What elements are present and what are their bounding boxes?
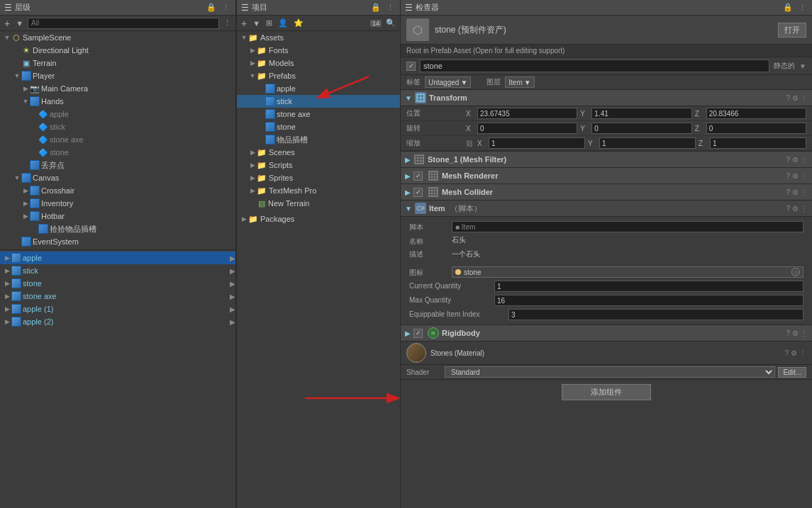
tree-item-main-camera[interactable]: ▶ 📷 Main Camera xyxy=(0,82,235,95)
rigidbody-header[interactable]: ▶ R Rigidbody ? ⚙ ⋮ xyxy=(401,325,812,342)
tree-item-directional-light[interactable]: ☀ Directional Light xyxy=(0,44,235,57)
dots-icon[interactable]: ⋮ xyxy=(797,2,808,13)
dots-icon[interactable]: ⋮ xyxy=(385,2,396,13)
folder-packages[interactable]: ▶ 📁 Packages xyxy=(237,213,400,225)
open-prefab-button[interactable]: 打开 xyxy=(778,23,806,38)
item-component-header[interactable]: ▼ C# Item （脚本） ? ⚙ ⋮ xyxy=(401,201,812,217)
tree-item-hotbar[interactable]: ▶ Hotbar xyxy=(0,210,235,222)
settings-icon[interactable]: ⚙ xyxy=(792,205,799,213)
help-icon[interactable]: ? xyxy=(786,172,790,180)
file-new-terrain[interactable]: ▤ New Terrain xyxy=(237,197,400,210)
tree-item-stone-axe-child[interactable]: 🔷 stone axe xyxy=(0,133,235,146)
dots-icon[interactable]: ⋮ xyxy=(801,329,808,337)
settings-icon[interactable]: ⚙ xyxy=(791,349,797,357)
tree-item-hands[interactable]: ▼ Hands xyxy=(0,95,235,108)
pos-z-input[interactable] xyxy=(706,108,806,119)
tree-item-terrain[interactable]: ▣ Terrain xyxy=(0,57,235,69)
help-icon[interactable]: ? xyxy=(786,188,790,196)
dropdown-arrow[interactable]: ▼ xyxy=(14,18,25,28)
dots-icon[interactable]: ⋮ xyxy=(801,156,808,164)
dots-icon[interactable]: ⋮ xyxy=(801,205,808,213)
hierarchy-search[interactable] xyxy=(28,18,219,29)
tree-item-item-plugin[interactable]: 拾拾物品插槽 xyxy=(0,222,235,235)
lock-icon[interactable]: 🔒 xyxy=(782,2,794,13)
rigidbody-checkbox[interactable] xyxy=(413,329,423,338)
dots-icon[interactable]: ⋮ xyxy=(801,172,808,180)
static-dropdown-arrow[interactable]: ▼ xyxy=(799,62,806,70)
mesh-renderer-header[interactable]: ▶ Mesh Renderer ? ⚙ ⋮ xyxy=(401,168,812,184)
dots-icon[interactable]: ⋮ xyxy=(221,2,231,13)
folder-scripts[interactable]: ▶ 📁 Scripts xyxy=(237,159,400,171)
prefab-item-stone[interactable]: stone xyxy=(237,120,400,133)
shader-dropdown[interactable]: Standard xyxy=(445,366,775,378)
tree-item-samplescene[interactable]: ▼ ⬡ SampleScene xyxy=(0,31,235,44)
tag-dropdown[interactable]: Untagged ▼ xyxy=(425,77,471,88)
tree-item-stick-root[interactable]: ▶ stick ▶ xyxy=(0,264,235,277)
item-icon-ref[interactable]: stone ⊙ xyxy=(452,266,803,278)
mesh-collider-header[interactable]: ▶ Mesh Collider ? ⚙ ⋮ xyxy=(401,184,812,201)
folder-sprites[interactable]: ▶ 📁 Sprites xyxy=(237,171,400,184)
folder-scenes[interactable]: ▶ 📁 Scenes xyxy=(237,146,400,159)
tree-item-apple2[interactable]: ▶ apple (2) ▶ xyxy=(0,315,235,328)
tree-item-stone-root[interactable]: ▶ stone ▶ xyxy=(0,277,235,290)
prefab-item-plugin[interactable]: 物品插槽 xyxy=(237,133,400,146)
tree-item-stone-axe-root[interactable]: ▶ stone axe ▶ xyxy=(0,290,235,303)
mesh-filter-header[interactable]: ▶ Stone_1 (Mesh Filter) ? ⚙ ⋮ xyxy=(401,152,812,168)
tree-item-crosshair[interactable]: ▶ Crosshair xyxy=(0,184,235,197)
project-dropdown[interactable]: ▼ xyxy=(251,18,262,28)
project-icon2[interactable]: 👤 xyxy=(277,18,289,28)
scale-y-input[interactable] xyxy=(599,137,696,149)
tree-item-inventory[interactable]: ▶ Inventory xyxy=(0,197,235,210)
project-search[interactable]: 🔍 xyxy=(384,18,397,28)
scale-z-input[interactable] xyxy=(710,137,806,149)
dots-icon[interactable]: ⋮ xyxy=(801,188,808,196)
help-icon[interactable]: ? xyxy=(786,156,790,164)
project-icon1[interactable]: ⊞ xyxy=(265,18,274,28)
settings-icon[interactable]: ⚙ xyxy=(792,172,799,180)
help-icon[interactable]: ? xyxy=(786,205,790,213)
settings-icon[interactable]: ⚙ xyxy=(792,156,799,164)
dots-icon[interactable]: ⋮ xyxy=(799,349,806,357)
lock-icon[interactable]: 🔒 xyxy=(205,2,218,13)
rot-z-input[interactable] xyxy=(706,123,806,134)
object-name-input[interactable] xyxy=(420,60,769,72)
equip-input[interactable] xyxy=(508,309,803,320)
rot-x-input[interactable] xyxy=(477,123,577,134)
add-project-btn[interactable]: + xyxy=(240,17,248,30)
lock-icon[interactable]: 🔒 xyxy=(369,2,382,13)
folder-assets[interactable]: ▼ 📁 Assets xyxy=(237,31,400,44)
add-hierarchy-btn[interactable]: + xyxy=(3,17,11,30)
add-component-button[interactable]: 添加组件 xyxy=(562,384,651,400)
prefab-item-stick[interactable]: stick xyxy=(237,95,400,108)
settings-icon[interactable]: ⚙ xyxy=(792,188,799,196)
transform-help-icon[interactable]: ? xyxy=(786,94,790,102)
icon-select-btn[interactable]: ⊙ xyxy=(791,268,800,276)
tree-item-canvas[interactable]: ▼ Canvas xyxy=(0,171,235,184)
help-icon[interactable]: ? xyxy=(784,349,789,357)
prefab-item-apple[interactable]: apple xyxy=(237,82,400,95)
max-qty-input[interactable] xyxy=(494,295,803,306)
help-icon[interactable]: ? xyxy=(786,329,790,337)
hierarchy-options[interactable]: ⋮ xyxy=(222,18,233,28)
tree-item-apple-child[interactable]: 🔷 apple xyxy=(0,108,235,120)
tree-item-stone-child[interactable]: 🔷 stone xyxy=(0,146,235,159)
tree-item-eventsystem[interactable]: EventSystem xyxy=(0,235,235,248)
scale-x-input[interactable] xyxy=(489,137,585,149)
folder-textmesh[interactable]: ▶ 📁 TextMesh Pro xyxy=(237,184,400,197)
pos-y-input[interactable] xyxy=(591,108,691,119)
folder-prefabs[interactable]: ▼ 📁 Prefabs xyxy=(237,69,400,82)
script-ref-box[interactable]: ■ Item xyxy=(452,221,803,232)
layer-dropdown[interactable]: Item ▼ xyxy=(505,77,534,88)
pos-x-input[interactable] xyxy=(477,108,577,119)
folder-models[interactable]: ▶ 📁 Models xyxy=(237,57,400,69)
project-icon3[interactable]: ⭐ xyxy=(292,18,305,28)
transform-dots-icon[interactable]: ⋮ xyxy=(801,94,808,102)
shader-edit-btn[interactable]: Edit... xyxy=(778,367,806,378)
current-qty-input[interactable] xyxy=(494,281,803,292)
mesh-renderer-checkbox[interactable] xyxy=(413,171,423,181)
transform-settings-icon[interactable]: ⚙ xyxy=(792,94,799,102)
active-checkbox[interactable] xyxy=(406,62,416,71)
folder-fonts[interactable]: ▶ 📁 Fonts xyxy=(237,44,400,57)
rot-y-input[interactable] xyxy=(591,123,691,134)
transform-component-header[interactable]: ▼ Transform ? ⚙ ⋮ xyxy=(401,90,812,106)
